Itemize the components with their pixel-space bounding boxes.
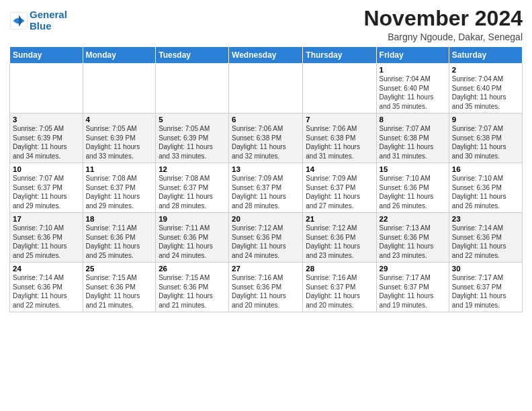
table-row	[10, 64, 83, 113]
day-info: Sunrise: 7:17 AM Sunset: 6:37 PM Dayligh…	[452, 273, 519, 310]
table-row	[83, 64, 156, 113]
table-row: 13Sunrise: 7:09 AM Sunset: 6:37 PM Dayli…	[229, 163, 303, 213]
month-title: November 2024	[363, 7, 523, 30]
col-wednesday: Wednesday	[229, 47, 303, 64]
table-row: 4Sunrise: 7:05 AM Sunset: 6:39 PM Daylig…	[83, 113, 156, 163]
logo-icon	[9, 11, 28, 30]
day-info: Sunrise: 7:06 AM Sunset: 6:38 PM Dayligh…	[306, 124, 373, 161]
logo-line2: Blue	[30, 20, 52, 32]
table-row: 11Sunrise: 7:08 AM Sunset: 6:37 PM Dayli…	[83, 163, 156, 213]
day-info: Sunrise: 7:10 AM Sunset: 6:36 PM Dayligh…	[380, 174, 446, 210]
day-info: Sunrise: 7:14 AM Sunset: 6:36 PM Dayligh…	[13, 273, 80, 310]
table-row: 10Sunrise: 7:07 AM Sunset: 6:37 PM Dayli…	[10, 163, 83, 213]
day-info: Sunrise: 7:17 AM Sunset: 6:37 PM Dayligh…	[380, 273, 446, 310]
table-row: 19Sunrise: 7:11 AM Sunset: 6:36 PM Dayli…	[156, 213, 229, 263]
table-row: 29Sunrise: 7:17 AM Sunset: 6:37 PM Dayli…	[376, 263, 449, 312]
table-row: 9Sunrise: 7:07 AM Sunset: 6:38 PM Daylig…	[449, 113, 522, 163]
day-info: Sunrise: 7:08 AM Sunset: 6:37 PM Dayligh…	[159, 174, 226, 210]
day-info: Sunrise: 7:05 AM Sunset: 6:39 PM Dayligh…	[159, 124, 226, 161]
table-row: 17Sunrise: 7:10 AM Sunset: 6:36 PM Dayli…	[10, 213, 83, 263]
table-row: 22Sunrise: 7:13 AM Sunset: 6:36 PM Dayli…	[376, 213, 449, 263]
day-number: 1	[380, 66, 446, 74]
table-row: 28Sunrise: 7:16 AM Sunset: 6:37 PM Dayli…	[303, 263, 376, 312]
table-row: 15Sunrise: 7:10 AM Sunset: 6:36 PM Dayli…	[376, 163, 449, 213]
day-info: Sunrise: 7:07 AM Sunset: 6:37 PM Dayligh…	[13, 174, 80, 210]
day-number: 10	[13, 165, 80, 173]
table-row: 6Sunrise: 7:06 AM Sunset: 6:38 PM Daylig…	[229, 113, 303, 163]
header: General Blue November 2024 Bargny Ngoude…	[9, 7, 523, 42]
calendar-week-row: 24Sunrise: 7:14 AM Sunset: 6:36 PM Dayli…	[10, 263, 523, 312]
day-number: 30	[452, 265, 519, 273]
day-info: Sunrise: 7:15 AM Sunset: 6:36 PM Dayligh…	[159, 273, 226, 310]
day-number: 26	[159, 265, 226, 273]
day-number: 5	[159, 116, 226, 124]
table-row: 5Sunrise: 7:05 AM Sunset: 6:39 PM Daylig…	[156, 113, 229, 163]
day-number: 22	[380, 215, 446, 223]
calendar-header-row: Sunday Monday Tuesday Wednesday Thursday…	[10, 47, 523, 64]
table-row: 26Sunrise: 7:15 AM Sunset: 6:36 PM Dayli…	[156, 263, 229, 312]
calendar-table: Sunday Monday Tuesday Wednesday Thursday…	[9, 46, 523, 312]
table-row: 3Sunrise: 7:05 AM Sunset: 6:39 PM Daylig…	[10, 113, 83, 163]
day-info: Sunrise: 7:09 AM Sunset: 6:37 PM Dayligh…	[306, 174, 373, 210]
day-number: 19	[159, 215, 226, 223]
col-thursday: Thursday	[303, 47, 376, 64]
table-row	[303, 64, 376, 113]
day-number: 29	[380, 265, 446, 273]
day-info: Sunrise: 7:16 AM Sunset: 6:37 PM Dayligh…	[306, 273, 373, 310]
day-info: Sunrise: 7:09 AM Sunset: 6:37 PM Dayligh…	[232, 174, 300, 210]
day-number: 21	[306, 215, 373, 223]
table-row: 7Sunrise: 7:06 AM Sunset: 6:38 PM Daylig…	[303, 113, 376, 163]
table-row: 16Sunrise: 7:10 AM Sunset: 6:36 PM Dayli…	[449, 163, 522, 213]
calendar-week-row: 10Sunrise: 7:07 AM Sunset: 6:37 PM Dayli…	[10, 163, 523, 213]
day-info: Sunrise: 7:07 AM Sunset: 6:38 PM Dayligh…	[452, 124, 519, 161]
table-row: 8Sunrise: 7:07 AM Sunset: 6:38 PM Daylig…	[376, 113, 449, 163]
day-number: 9	[452, 116, 519, 124]
day-info: Sunrise: 7:10 AM Sunset: 6:36 PM Dayligh…	[13, 224, 80, 260]
day-info: Sunrise: 7:16 AM Sunset: 6:36 PM Dayligh…	[232, 273, 300, 310]
day-number: 3	[13, 116, 80, 124]
day-info: Sunrise: 7:13 AM Sunset: 6:36 PM Dayligh…	[380, 224, 446, 260]
day-number: 7	[306, 116, 373, 124]
table-row	[156, 64, 229, 113]
day-number: 24	[13, 265, 80, 273]
day-info: Sunrise: 7:05 AM Sunset: 6:39 PM Dayligh…	[13, 124, 80, 161]
table-row: 20Sunrise: 7:12 AM Sunset: 6:36 PM Dayli…	[229, 213, 303, 263]
day-info: Sunrise: 7:14 AM Sunset: 6:36 PM Dayligh…	[452, 224, 519, 260]
col-sunday: Sunday	[10, 47, 83, 64]
day-info: Sunrise: 7:12 AM Sunset: 6:36 PM Dayligh…	[232, 224, 300, 260]
calendar-week-row: 17Sunrise: 7:10 AM Sunset: 6:36 PM Dayli…	[10, 213, 523, 263]
subtitle: Bargny Ngoude, Dakar, Senegal	[363, 32, 523, 42]
day-info: Sunrise: 7:11 AM Sunset: 6:36 PM Dayligh…	[159, 224, 226, 260]
day-info: Sunrise: 7:11 AM Sunset: 6:36 PM Dayligh…	[86, 224, 153, 260]
table-row: 18Sunrise: 7:11 AM Sunset: 6:36 PM Dayli…	[83, 213, 156, 263]
day-info: Sunrise: 7:15 AM Sunset: 6:36 PM Dayligh…	[86, 273, 153, 310]
col-saturday: Saturday	[449, 47, 522, 64]
day-number: 16	[452, 165, 519, 173]
day-number: 13	[232, 165, 300, 173]
day-number: 15	[380, 165, 446, 173]
day-number: 8	[380, 116, 446, 124]
calendar-week-row: 1Sunrise: 7:04 AM Sunset: 6:40 PM Daylig…	[10, 64, 523, 113]
day-info: Sunrise: 7:08 AM Sunset: 6:37 PM Dayligh…	[86, 174, 153, 210]
col-monday: Monday	[83, 47, 156, 64]
col-tuesday: Tuesday	[156, 47, 229, 64]
title-block: November 2024 Bargny Ngoude, Dakar, Sene…	[363, 7, 523, 42]
table-row: 23Sunrise: 7:14 AM Sunset: 6:36 PM Dayli…	[449, 213, 522, 263]
table-row	[229, 64, 303, 113]
table-row: 1Sunrise: 7:04 AM Sunset: 6:40 PM Daylig…	[376, 64, 449, 113]
day-number: 11	[86, 165, 153, 173]
day-info: Sunrise: 7:05 AM Sunset: 6:39 PM Dayligh…	[86, 124, 153, 161]
page: General Blue November 2024 Bargny Ngoude…	[0, 0, 532, 411]
calendar-week-row: 3Sunrise: 7:05 AM Sunset: 6:39 PM Daylig…	[10, 113, 523, 163]
day-info: Sunrise: 7:04 AM Sunset: 6:40 PM Dayligh…	[452, 75, 519, 111]
table-row: 27Sunrise: 7:16 AM Sunset: 6:36 PM Dayli…	[229, 263, 303, 312]
day-number: 14	[306, 165, 373, 173]
table-row: 12Sunrise: 7:08 AM Sunset: 6:37 PM Dayli…	[156, 163, 229, 213]
logo-text: General Blue	[30, 9, 67, 32]
day-number: 27	[232, 265, 300, 273]
table-row: 14Sunrise: 7:09 AM Sunset: 6:37 PM Dayli…	[303, 163, 376, 213]
day-number: 2	[452, 66, 519, 74]
day-info: Sunrise: 7:04 AM Sunset: 6:40 PM Dayligh…	[380, 75, 446, 111]
logo: General Blue	[9, 9, 67, 32]
day-number: 18	[86, 215, 153, 223]
